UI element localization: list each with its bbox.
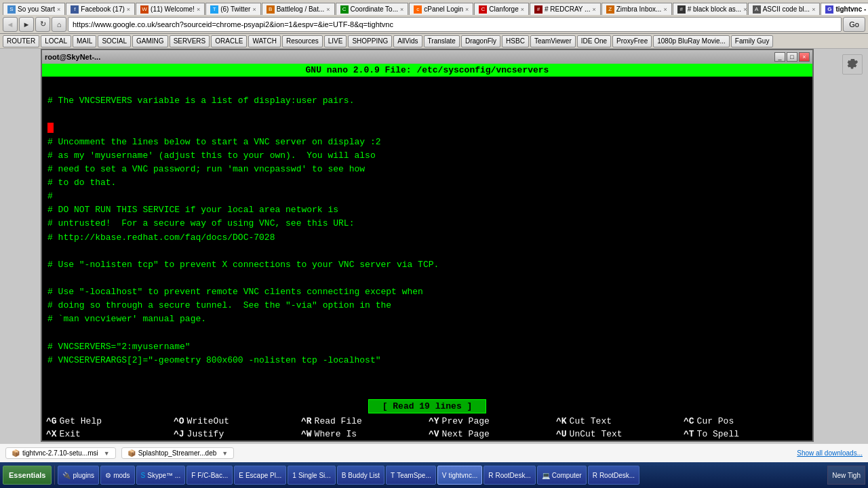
taskbar-fcbac-icon: F bbox=[191, 472, 195, 479]
nano-line bbox=[47, 327, 807, 340]
tab-coordinate[interactable]: CCoordinate To...× bbox=[336, 3, 409, 15]
download-item-splashtop[interactable]: 📦 Splashtop_Streamer...deb ▼ bbox=[121, 447, 235, 459]
bookmark-servers[interactable]: SERVERS bbox=[170, 35, 210, 47]
bookmark-shopping[interactable]: SHOPPING bbox=[348, 35, 392, 47]
show-all-downloads-link[interactable]: Show all downloads... bbox=[797, 449, 863, 457]
taskbar-skype-label: Skype™ ... bbox=[147, 472, 180, 479]
nano-editor[interactable]: GNU nano 2.0.9 File: /etc/sysconfig/vncs… bbox=[42, 64, 812, 441]
start-button[interactable]: Essentials bbox=[3, 466, 52, 485]
tab-ascii[interactable]: AASCII code bl...× bbox=[748, 3, 821, 15]
download-icon-splashtop: 📦 bbox=[127, 449, 136, 457]
nano-header: GNU nano 2.0.9 File: /etc/sysconfig/vncs… bbox=[42, 64, 812, 77]
tab-zimbra[interactable]: ZZimbra Inbox...× bbox=[601, 3, 672, 15]
taskbar-escape-icon: E bbox=[239, 472, 243, 479]
home-button[interactable]: ⌂ bbox=[52, 17, 66, 32]
tab-black-block[interactable]: ## black block as...× bbox=[673, 3, 747, 15]
taskbar-rootdesk1-button[interactable]: R RootDesk... bbox=[484, 466, 535, 485]
taskbar-teamspeak-button[interactable]: T TeamSpe... bbox=[386, 466, 436, 485]
taskbar-buddy-icon: B bbox=[342, 472, 347, 479]
bookmark-teamviewer[interactable]: TeamViewer bbox=[530, 35, 576, 47]
download-item-tightvnc[interactable]: 📦 tightvnc-2.7.10-setu...msi ▼ bbox=[5, 447, 116, 459]
nano-cmd-tospell: ^T To Spell bbox=[682, 429, 804, 439]
taskbar-rootdesk1-label: RootDesk... bbox=[495, 472, 530, 479]
nano-key-v: ^V bbox=[427, 429, 441, 439]
bookmark-allvids[interactable]: AllVids bbox=[393, 35, 422, 47]
forward-button[interactable]: ► bbox=[19, 17, 34, 32]
taskbar-rootdesk2-button[interactable]: R RootDesk... bbox=[588, 466, 639, 485]
bookmark-gaming[interactable]: GAMING bbox=[132, 35, 168, 47]
bookmark-bluray[interactable]: 1080p BluRay Movie... bbox=[653, 35, 730, 47]
bookmark-mail[interactable]: MAIL bbox=[73, 35, 96, 47]
tab-cpanel[interactable]: ccPanel Login× bbox=[409, 3, 473, 15]
taskbar-single-button[interactable]: 1 Single Si... bbox=[288, 466, 335, 485]
nano-label-justify: Justify bbox=[187, 429, 224, 439]
bookmark-watch[interactable]: WATCH bbox=[248, 35, 281, 47]
taskbar-teamspeak-label: TeamSpe... bbox=[397, 472, 431, 479]
bookmark-local[interactable]: LOCAL bbox=[41, 35, 71, 47]
bookmark-oracle[interactable]: ORACLE bbox=[211, 35, 247, 47]
taskbar-fcbac-button[interactable]: F F/C-Bac... bbox=[186, 466, 233, 485]
bookmark-translate[interactable]: Translate bbox=[424, 35, 460, 47]
nano-line: # to do that. bbox=[47, 176, 807, 190]
nano-line: # bbox=[47, 190, 807, 203]
nano-line: # http://kbase.redhat.com/faq/docs/DOC-7… bbox=[47, 231, 807, 245]
taskbar-buddy-button[interactable]: B Buddy List bbox=[337, 466, 384, 485]
vnc-close-button[interactable]: × bbox=[799, 52, 810, 62]
taskbar-skype-button[interactable]: S Skype™ ... bbox=[136, 466, 186, 485]
settings-gear-button[interactable] bbox=[842, 54, 863, 75]
taskbar-escape-button[interactable]: E Escape Pl... bbox=[234, 466, 286, 485]
nano-label-writeout: WriteOut bbox=[187, 416, 229, 426]
taskbar-tightvnc-button[interactable]: V tightvnc... bbox=[437, 466, 482, 485]
tab-twitter[interactable]: T(6) Twitter× bbox=[205, 3, 261, 15]
bookmark-router[interactable]: ROUTER bbox=[3, 35, 39, 47]
reload-button[interactable]: ↻ bbox=[35, 17, 50, 32]
bookmark-familyguy[interactable]: Family Guy bbox=[731, 35, 774, 47]
vnc-maximize-button[interactable]: □ bbox=[787, 52, 797, 62]
nano-cmd-cuttext: ^K Cut Text bbox=[555, 416, 677, 426]
nano-label-tospell: To Spell bbox=[697, 429, 739, 439]
nano-body[interactable]: # The VNCSERVERS variable is a list of d… bbox=[42, 77, 812, 398]
download-dropdown-splashtop[interactable]: ▼ bbox=[222, 450, 228, 457]
back-button[interactable]: ◄ bbox=[3, 17, 18, 32]
nano-cmd-writeout: ^O WriteOut bbox=[172, 416, 294, 426]
vnc-minimize-button[interactable]: _ bbox=[774, 52, 785, 62]
bookmark-dragonfly[interactable]: DragonFly bbox=[461, 35, 500, 47]
taskbar-rootdesk1-icon: R bbox=[488, 472, 493, 479]
nano-label-cuttext: Cut Text bbox=[570, 416, 612, 426]
nano-key-x: ^X bbox=[45, 429, 58, 439]
vnc-titlebar: root@SkyNet-... _ □ × bbox=[42, 50, 812, 64]
nano-line: # DO NOT RUN THIS SERVICE if your local … bbox=[47, 203, 807, 217]
taskbar-computer-button[interactable]: 💻 Computer bbox=[537, 466, 587, 485]
bookmark-live[interactable]: LIVE bbox=[324, 35, 347, 47]
go-button[interactable]: Go bbox=[843, 17, 865, 32]
download-dropdown-tightvnc[interactable]: ▼ bbox=[104, 450, 110, 457]
nano-cmd-exit: ^X Exit bbox=[45, 429, 167, 439]
tab-bar: SSo you Start× fFacebook (17)× W(11) Wel… bbox=[0, 0, 868, 15]
tab-facebook[interactable]: fFacebook (17)× bbox=[66, 3, 135, 15]
bookmark-proxyfree[interactable]: ProxyFree bbox=[612, 35, 652, 47]
nano-cmd-whereis: ^W Where Is bbox=[300, 429, 422, 439]
nano-cmd-nextpage: ^V Next Page bbox=[427, 429, 549, 439]
taskbar-right: New Tigh bbox=[827, 466, 865, 485]
tab-so-you-start[interactable]: SSo you Start× bbox=[3, 3, 65, 15]
tab-redcray[interactable]: ## REDCRAY ...× bbox=[530, 3, 601, 15]
bookmark-ideone[interactable]: IDE One bbox=[577, 35, 611, 47]
taskbar-plugins-button[interactable]: 🔌 plugins bbox=[58, 466, 99, 485]
tab-tightvnc[interactable]: Gtightvnc - Goo...× bbox=[821, 3, 868, 15]
taskbar-plugins-icon: 🔌 bbox=[62, 472, 71, 479]
taskbar-new-tigh[interactable]: New Tigh bbox=[827, 466, 865, 485]
tab-battlelog[interactable]: BBattlelog / Bat...× bbox=[262, 3, 335, 15]
bookmark-hsbc[interactable]: HSBC bbox=[502, 35, 529, 47]
taskbar-mods-button[interactable]: ⚙ mods bbox=[100, 466, 134, 485]
tab-clanforge[interactable]: CClanforge× bbox=[474, 3, 529, 15]
bookmark-resources[interactable]: Resources bbox=[282, 35, 323, 47]
nano-line: # `man vncviewer' manual page. bbox=[47, 312, 807, 326]
taskbar-single-icon: 1 bbox=[292, 472, 296, 479]
nano-line: # as my 'myusername' (adjust this to you… bbox=[47, 149, 807, 163]
address-bar[interactable]: https://www.google.co.uk/search?sourceid… bbox=[68, 17, 842, 32]
download-label-splashtop: Splashtop_Streamer...deb bbox=[138, 449, 217, 457]
nano-key-k: ^K bbox=[555, 416, 568, 426]
bookmark-social[interactable]: SOCIAL bbox=[98, 35, 131, 47]
tab-welcome[interactable]: W(11) Welcome!× bbox=[136, 3, 205, 15]
nano-key-o: ^O bbox=[172, 416, 186, 426]
